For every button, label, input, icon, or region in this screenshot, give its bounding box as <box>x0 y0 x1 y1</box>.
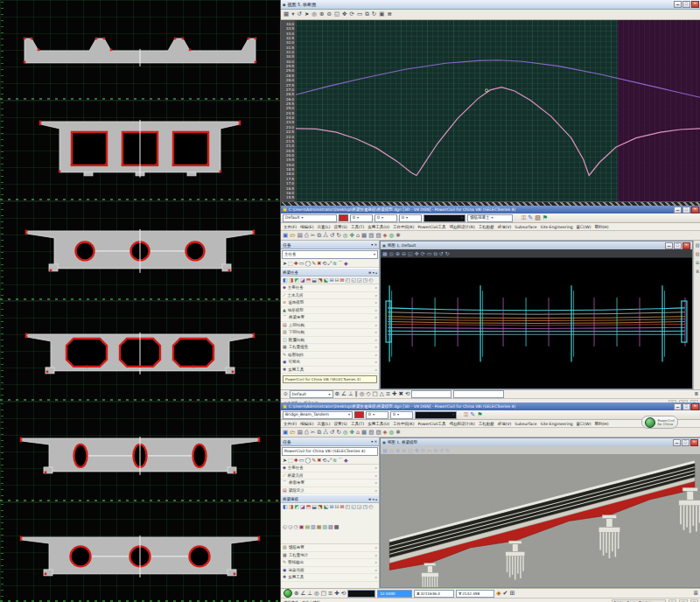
task-item[interactable]: ≋道路模型» <box>281 299 379 307</box>
bearing-tool-icon[interactable]: ▥ <box>311 524 316 543</box>
rebar-tool-icon[interactable]: ▤ <box>304 524 310 543</box>
center-snap-icon[interactable]: ◎ <box>360 391 365 397</box>
alignment-icon[interactable]: ◨ <box>289 277 294 283</box>
status-cell-2[interactable]: ▣ <box>679 599 688 602</box>
viewport-deck-with-curbs[interactable] <box>0 0 280 101</box>
profile-plot-area[interactable] <box>296 20 700 201</box>
pan-view-icon[interactable]: ✥ <box>342 11 346 18</box>
models-icon[interactable]: ▧ <box>368 430 374 436</box>
wireframe-canvas[interactable] <box>381 258 692 388</box>
copy-icon[interactable]: ⧉ <box>317 233 321 239</box>
bridge-tasks-header[interactable]: 桥梁任务≡ ▾ ▴ <box>281 268 379 276</box>
open-file-icon[interactable]: 🗁 <box>290 233 296 239</box>
paste-icon[interactable]: ⧊ <box>323 233 328 239</box>
snap-lock-icon[interactable]: ⊙ <box>284 391 288 397</box>
view-minimize[interactable]: ▁ <box>665 242 673 249</box>
menu-item[interactable]: 工具(T) <box>351 225 364 229</box>
barrier-tool-4-icon[interactable]: ◷ <box>294 524 298 543</box>
more-snaps-icon[interactable]: ≣ <box>694 391 698 397</box>
material-combo[interactable]: ▾ <box>424 214 466 222</box>
dock-icon-models[interactable]: ▧ <box>696 242 700 248</box>
task-panel-header[interactable]: 任务 ▾ ✕ <box>281 241 379 249</box>
menu-item[interactable]: 帮助(H) <box>595 225 609 229</box>
template-combo[interactable]: 钢筋混凝土▾ <box>467 214 513 222</box>
active-color-swatch[interactable] <box>354 411 364 418</box>
view-next-icon[interactable]: ↻ <box>445 250 450 256</box>
tentative-point-icon[interactable]: ✚ <box>334 591 339 597</box>
view-previous-icon[interactable]: ↺ <box>439 447 444 453</box>
chevron-right-icon[interactable]: » <box>375 575 377 579</box>
task-item[interactable]: ✱实用工具» <box>281 574 379 582</box>
task-item[interactable]: ⟋桥梁几何» <box>281 472 379 480</box>
cell-tool-icon[interactable]: ◆ <box>344 261 348 266</box>
delete-element-icon[interactable]: ✖ <box>317 261 321 266</box>
chevron-right-icon[interactable]: » <box>375 323 377 327</box>
workflow-combo[interactable]: 主任务▾ <box>282 250 378 259</box>
quantities-icon[interactable]: ⊞ <box>329 277 333 283</box>
accudraw-icon[interactable]: ⊕ <box>294 591 298 597</box>
menu-item[interactable]: PowerCivil工具 <box>417 225 445 229</box>
fit-icon[interactable]: ▭ <box>427 447 432 453</box>
drawings-icon[interactable]: ⊟ <box>334 277 339 283</box>
zoom-minus-icon[interactable]: ⊖ <box>326 11 331 18</box>
level-manager-icon[interactable]: ▨ <box>375 233 381 239</box>
chevron-right-icon[interactable]: » <box>375 300 377 304</box>
menu-item[interactable]: 窗口(W) <box>577 422 592 426</box>
arc-tool-icon[interactable]: ⌒ <box>338 261 343 266</box>
redo-icon[interactable]: ↻ <box>336 233 340 239</box>
chevron-right-icon[interactable]: » <box>375 353 377 357</box>
abutment-icon[interactable]: ⬓ <box>312 277 317 283</box>
pier-layout-icon[interactable]: ⬒ <box>306 277 312 283</box>
menu-item[interactable]: 工程勘察 <box>479 422 494 426</box>
zoom-icon[interactable]: ◎ <box>389 447 394 453</box>
rotate-icon[interactable]: ⟳ <box>421 447 425 453</box>
aecosim-icon[interactable]: ◈ <box>383 233 388 239</box>
zoom-icon[interactable]: ◎ <box>389 250 394 256</box>
rotate-view-icon[interactable]: ⟳ <box>350 11 354 18</box>
acs-plane-icon[interactable]: ⟲ <box>341 591 346 597</box>
chevron-right-icon[interactable]: » <box>375 480 377 485</box>
pin-icon[interactable]: ▾ ✕ <box>371 242 377 247</box>
x-coordinate-field[interactable]: X3211636.4 <box>414 590 454 598</box>
viewport-chamfered-cells[interactable] <box>0 301 280 402</box>
display-dropdown-icon[interactable]: ▾ <box>291 11 294 18</box>
check-icon[interactable]: ✔ <box>503 591 508 597</box>
undo-icon[interactable]: ↺ <box>330 430 334 436</box>
chevron-right-icon[interactable]: » <box>375 568 377 572</box>
bearing-icon[interactable]: ⬔ <box>318 277 323 283</box>
perp-snap-icon[interactable]: ⊥ <box>348 391 354 397</box>
lighting-tool-icon[interactable]: ▨ <box>328 524 333 543</box>
cad-titlebar[interactable]: ▣ C:\Users\Administrator\Desktop\桥梁快速建模\… <box>281 206 700 214</box>
girder-tool-4-icon[interactable]: ◪ <box>300 504 305 523</box>
close-button[interactable]: ✕ <box>691 403 699 410</box>
menu-item[interactable]: 窗口(W) <box>577 225 592 229</box>
task-item[interactable]: ◆主要任务» <box>281 465 379 472</box>
references-icon[interactable]: ▦ <box>361 233 367 239</box>
task-item[interactable]: ⌒桥面布置» <box>281 480 379 487</box>
key-icon[interactable]: ⚿ <box>464 412 468 418</box>
pan-tool-icon[interactable]: ✥ <box>350 233 354 239</box>
open-file-icon[interactable]: 🗁 <box>290 430 296 436</box>
cad-titlebar[interactable]: ▣ C:\Users\Administrator\Desktop\桥梁快速建模\… <box>281 402 700 410</box>
snap-divider-combo[interactable]: Default▾ <box>290 390 333 398</box>
task-item[interactable]: ▲地形模型» <box>281 307 379 315</box>
line-weight-combo[interactable]: 0▾ <box>374 214 397 222</box>
fit-view-icon[interactable]: ▭ <box>357 11 362 18</box>
task-item[interactable]: ▤梁段定义» <box>281 487 379 495</box>
task-item[interactable]: ▥钢筋布置» <box>281 544 379 552</box>
viewport-oval-voids[interactable] <box>0 402 280 502</box>
barrier-tool-2-icon[interactable]: ◵ <box>283 524 287 543</box>
chevron-right-icon[interactable]: » <box>375 368 377 372</box>
restore-button[interactable]: ▢ <box>682 403 690 410</box>
element-selection-icon[interactable]: ➤ <box>283 261 287 266</box>
menu-item[interactable]: 文件(F) <box>284 225 297 229</box>
menu-item[interactable]: 工具(T) <box>351 422 364 426</box>
start-button[interactable] <box>284 589 292 598</box>
cut-icon[interactable]: ✂ <box>311 233 315 239</box>
fence-icon[interactable]: ⬚ <box>288 458 293 463</box>
status-cell-1[interactable]: ⊙ <box>668 599 676 602</box>
clear-snap-icon[interactable]: ✖ <box>399 391 403 397</box>
message-field[interactable] <box>453 390 504 398</box>
minimize-button[interactable]: ▁ <box>674 403 682 410</box>
view-setup-icon[interactable]: ◰ <box>345 277 350 283</box>
